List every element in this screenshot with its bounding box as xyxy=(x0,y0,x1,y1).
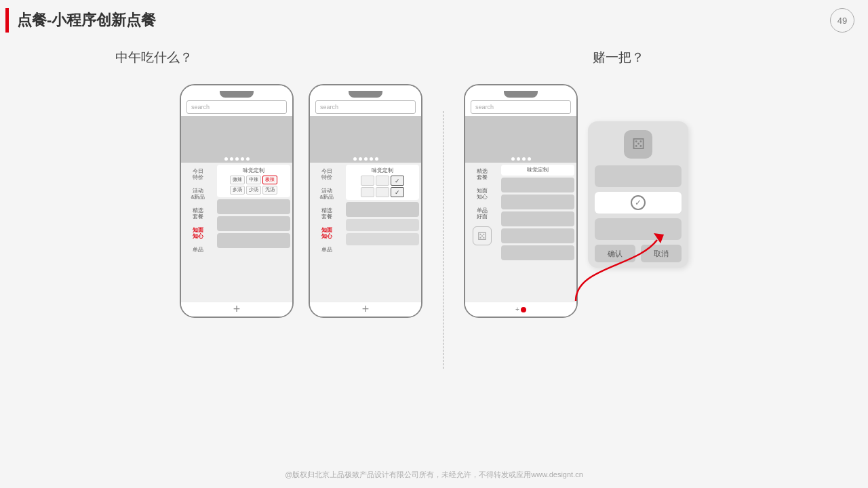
phone-3: search 精选套餐 知面知心 单品好面 ⚄ xyxy=(464,84,578,318)
section-divider xyxy=(443,111,443,369)
phone2-notch xyxy=(349,91,382,98)
phone1-nav-item-5[interactable]: 单品 xyxy=(182,243,214,256)
phone2-add-btn[interactable]: + xyxy=(310,302,421,317)
right-section: search 精选套餐 知面知心 单品好面 ⚄ xyxy=(464,84,688,318)
phone3-food-card-5 xyxy=(501,245,574,260)
phone2-nav-item-3[interactable]: 精选套餐 xyxy=(311,204,342,223)
right-section-title: 赌一把？ xyxy=(593,49,644,66)
phone3-add-icon: + xyxy=(515,306,519,313)
red-arrow xyxy=(569,226,671,308)
phone1-search-text: search xyxy=(191,104,210,110)
phone2-banner xyxy=(310,116,421,155)
popup-icon-area: ⚄ xyxy=(595,128,682,161)
popup-item-1[interactable] xyxy=(595,165,682,187)
phone3-dots xyxy=(465,155,576,163)
phone1-taste-btn-2[interactable]: 中辣 xyxy=(246,176,261,184)
phone1-search[interactable]: search xyxy=(186,100,287,114)
phone-1: search 今日特价 活动&新品 精选套餐 知面知心 xyxy=(180,84,294,318)
phone1-banner xyxy=(181,116,292,155)
phone3-nav-item-2[interactable]: 知面知心 xyxy=(467,184,498,203)
phone3-add-btn[interactable]: + xyxy=(465,302,576,317)
phone2-taste-title: 味觉定制 xyxy=(349,167,416,174)
phone2-food-card-2 xyxy=(346,219,419,231)
phone3-taste-panel: 味觉定制 xyxy=(501,165,574,176)
popup-check-circle: ✓ xyxy=(631,195,646,210)
red-accent-bar xyxy=(5,8,9,33)
phone2-check-4[interactable] xyxy=(361,187,374,197)
phone1-dots xyxy=(181,155,292,163)
phone1-taste-btn-3[interactable]: 极辣 xyxy=(262,176,277,184)
phone-2: search 今日特价 活动&新品 精选套餐 知面知心 单品 xyxy=(309,84,422,318)
phone3-banner xyxy=(465,116,576,155)
phone2-nav-item-4[interactable]: 知面知心 xyxy=(311,224,342,243)
phone3-food-card-3 xyxy=(501,211,574,226)
phone3-dice-icon[interactable]: ⚄ xyxy=(473,226,492,245)
phone2-nav-item-2[interactable]: 活动&新品 xyxy=(311,184,342,203)
phone2-nav-item-5[interactable]: 单品 xyxy=(311,243,342,256)
phone2-nav: 今日特价 活动&新品 精选套餐 知面知心 单品 xyxy=(310,163,344,302)
phone2-nav-item-1[interactable]: 今日特价 xyxy=(311,165,342,184)
phone1-food-card-1 xyxy=(217,199,290,214)
phone2-check-1[interactable] xyxy=(361,176,374,186)
page-number: 49 xyxy=(830,8,854,33)
phone1-taste-btn-6[interactable]: 无汤 xyxy=(262,186,277,195)
phone2-check-6[interactable]: ✓ xyxy=(391,187,404,197)
footer: @版权归北京上品极致产品设计有限公司所有，未经允许，不得转发或应用www.des… xyxy=(0,470,868,480)
phone3-taste-title: 味觉定制 xyxy=(503,167,572,174)
phone3-nav-item-1[interactable]: 精选套餐 xyxy=(467,165,498,184)
phone-notch xyxy=(220,91,254,98)
phone1-taste-panel: 味觉定制 微辣 中辣 极辣 多汤 少汤 无汤 xyxy=(217,165,290,197)
phone2-taste-panel: 味觉定制 ✓ ✓ xyxy=(346,165,419,200)
phone2-check-2[interactable] xyxy=(376,176,389,186)
phone3-nav-item-3[interactable]: 单品好面 xyxy=(467,204,498,223)
phone3-red-dot xyxy=(521,307,526,312)
phone3-search-text: search xyxy=(475,104,494,110)
phone1-nav: 今日特价 活动&新品 精选套餐 知面知心 单品 xyxy=(181,163,215,302)
phone3-food-card-1 xyxy=(501,178,574,192)
phone1-taste-btn-1[interactable]: 微辣 xyxy=(230,176,245,184)
popup-check-item[interactable]: ✓ xyxy=(595,192,682,214)
left-section-title: 中午吃什么？ xyxy=(115,49,193,66)
phone3-notch xyxy=(504,91,538,98)
footer-text: @版权归北京上品极致产品设计有限公司所有，未经允许，不得转发或应用www.des… xyxy=(285,470,583,479)
phone2-food-card-1 xyxy=(346,202,419,217)
phone1-nav-item-4[interactable]: 知面知心 xyxy=(182,224,214,243)
phone1-food-card-3 xyxy=(217,233,290,248)
phone2-search[interactable]: search xyxy=(315,100,416,114)
phone1-nav-item-2[interactable]: 活动&新品 xyxy=(182,184,214,203)
page-title: 点餐-小程序创新点餐 xyxy=(17,10,156,30)
phone1-nav-item-3[interactable]: 精选套餐 xyxy=(182,204,214,223)
left-phone-group: search 今日特价 活动&新品 精选套餐 知面知心 xyxy=(180,84,422,318)
phone1-add-btn[interactable]: + xyxy=(181,302,292,317)
phone1-taste-btn-5[interactable]: 少汤 xyxy=(246,186,261,195)
phone2-check-3[interactable]: ✓ xyxy=(391,176,404,186)
phone2-dots xyxy=(310,155,421,163)
phone3-nav: 精选套餐 知面知心 单品好面 ⚄ xyxy=(465,163,499,302)
popup-cube-icon: ⚄ xyxy=(624,130,652,159)
phone3-food-card-4 xyxy=(501,228,574,243)
phone1-nav-item-1[interactable]: 今日特价 xyxy=(182,165,214,184)
phone2-check-5[interactable] xyxy=(376,187,389,197)
phone2-search-text: search xyxy=(320,104,338,110)
phone1-food-card-2 xyxy=(217,216,290,231)
phone1-taste-title: 味觉定制 xyxy=(220,167,288,174)
phone3-search[interactable]: search xyxy=(471,100,571,114)
phone3-food-card-2 xyxy=(501,195,574,209)
phone1-taste-btn-4[interactable]: 多汤 xyxy=(230,186,245,195)
phone2-food-card-3 xyxy=(346,233,419,245)
